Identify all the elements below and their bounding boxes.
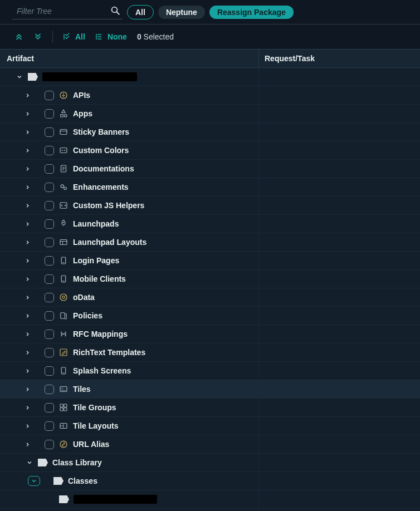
tree-node-mobile[interactable]: Mobile Clients xyxy=(0,270,420,288)
chevron-right-icon[interactable] xyxy=(23,293,31,301)
reassign-package-button[interactable]: Reassign Package xyxy=(209,6,294,19)
toolbar-divider xyxy=(52,31,53,43)
tree-node-checkbox[interactable] xyxy=(45,219,54,229)
odata-icon xyxy=(58,292,69,302)
tree-node-checkbox[interactable] xyxy=(45,403,54,412)
chevron-down-icon[interactable] xyxy=(16,73,23,81)
tree-node-label: Login Pages xyxy=(73,256,119,265)
tree-node-urlalias[interactable]: URL Alias xyxy=(0,435,420,454)
tree-node-label: Launchpads xyxy=(73,219,119,228)
tree-node-sticky[interactable]: Sticky Banners xyxy=(0,123,420,141)
tree-node-jshelpers[interactable]: Custom JS Helpers xyxy=(0,196,420,215)
chevron-right-icon[interactable] xyxy=(23,422,31,430)
chevron-right-icon[interactable] xyxy=(23,110,31,117)
mapping-icon xyxy=(58,329,69,339)
tree-node-checkbox[interactable] xyxy=(45,421,54,431)
tree-node-launchpads[interactable]: Launchpads xyxy=(0,215,420,233)
tree-node-checkbox[interactable] xyxy=(45,440,54,449)
tree-node-checkbox[interactable] xyxy=(45,127,54,137)
tree-node-checkbox[interactable] xyxy=(45,238,54,247)
select-all-label: All xyxy=(75,32,85,41)
expand-all-button[interactable] xyxy=(14,32,23,41)
column-request-task-label: Request/Task xyxy=(265,54,315,63)
chevron-right-icon[interactable] xyxy=(23,330,31,338)
tree-node-login[interactable]: Login Pages xyxy=(0,252,420,270)
chevron-right-icon[interactable] xyxy=(23,348,31,356)
tree-node-checkbox[interactable] xyxy=(45,164,54,174)
tree-node-richtext[interactable]: RichText Templates xyxy=(0,343,420,362)
tree-node-docs[interactable]: Documentations xyxy=(0,160,420,178)
tree-node-label: Splash Screens xyxy=(73,366,131,375)
search-icon[interactable] xyxy=(110,6,120,16)
chevron-down-icon[interactable] xyxy=(26,459,33,466)
tree-node-checkbox[interactable] xyxy=(45,311,54,321)
edit-icon xyxy=(58,347,69,357)
artifact-tree[interactable]: APIsAppsSticky BannersCustom ColorsDocum… xyxy=(0,68,420,511)
package-tag-icon xyxy=(28,73,38,81)
select-all-button[interactable]: All xyxy=(63,32,85,41)
search-wrap xyxy=(12,4,123,19)
filter-all-pill[interactable]: All xyxy=(127,5,154,19)
tree-node-splash[interactable]: Splash Screens xyxy=(0,362,420,380)
chevron-right-icon[interactable] xyxy=(23,257,31,264)
tree-node-label: RFC Mappings xyxy=(73,330,128,338)
chevron-right-icon[interactable] xyxy=(23,312,31,320)
tree-node-enh[interactable]: Enhancements xyxy=(0,178,420,196)
tree-node-tilegroups[interactable]: Tile Groups xyxy=(0,399,420,417)
classes-label: Classes xyxy=(68,476,97,485)
tree-node-odata[interactable]: oData xyxy=(0,288,420,307)
tree-group-class-library[interactable]: Class Library xyxy=(0,454,420,472)
chevron-right-icon[interactable] xyxy=(23,202,31,209)
tree-node-rfc[interactable]: RFC Mappings xyxy=(0,325,420,343)
chevron-right-icon[interactable] xyxy=(23,146,31,154)
chevron-right-icon[interactable] xyxy=(23,385,31,393)
tree-node-apps[interactable]: Apps xyxy=(0,105,420,123)
tree-node-classes[interactable]: Classes xyxy=(0,472,420,490)
select-none-button[interactable]: None xyxy=(95,32,127,41)
chevron-right-icon[interactable] xyxy=(23,128,31,136)
tree-node-tilelayouts[interactable]: Tile Layouts xyxy=(0,417,420,435)
chevron-right-icon[interactable] xyxy=(23,238,31,246)
svg-line-1 xyxy=(116,12,119,14)
chevron-right-icon[interactable] xyxy=(23,165,31,173)
chevron-right-icon[interactable] xyxy=(23,220,31,228)
tree-node-checkbox[interactable] xyxy=(45,274,54,284)
device-icon xyxy=(58,274,69,284)
chevron-right-icon[interactable] xyxy=(23,404,31,411)
tree-node-tiles[interactable]: Tiles xyxy=(0,380,420,399)
column-artifact[interactable]: Artifact xyxy=(0,54,258,63)
tree-node-checkbox[interactable] xyxy=(45,146,54,155)
tree-node-colors[interactable]: Custom Colors xyxy=(0,141,420,160)
tree-node-policies[interactable]: Policies xyxy=(0,307,420,325)
tree-node-checkbox[interactable] xyxy=(45,183,54,192)
tree-node-label: Enhancements xyxy=(73,183,129,191)
filter-neptune-pill[interactable]: Neptune xyxy=(158,6,205,19)
tree-node-label: Custom Colors xyxy=(73,146,129,155)
tree-node-checkbox[interactable] xyxy=(45,348,54,357)
tree-leaf-class[interactable] xyxy=(0,490,420,509)
collapse-all-button[interactable] xyxy=(33,32,42,41)
tree-node-lplayouts[interactable]: Launchpad Layouts xyxy=(0,233,420,252)
column-request-task[interactable]: Request/Task xyxy=(258,50,420,67)
tree-node-checkbox[interactable] xyxy=(45,385,54,394)
chevron-down-boxed-icon[interactable] xyxy=(28,476,40,486)
chevron-right-icon[interactable] xyxy=(23,440,31,448)
tree-node-checkbox[interactable] xyxy=(45,256,54,266)
chevron-right-icon[interactable] xyxy=(23,367,31,375)
tree-node-checkbox[interactable] xyxy=(45,366,54,376)
chevron-right-icon[interactable] xyxy=(23,183,31,191)
chevron-right-icon[interactable] xyxy=(23,275,31,283)
tilelayout-icon xyxy=(58,421,69,431)
tree-root-row[interactable] xyxy=(0,68,420,86)
table-header: Artifact Request/Task xyxy=(0,49,420,68)
tree-node-checkbox[interactable] xyxy=(45,91,54,100)
chevron-right-icon[interactable] xyxy=(23,91,31,99)
tree-node-checkbox[interactable] xyxy=(45,293,54,302)
filter-tree-input[interactable] xyxy=(12,4,123,19)
package-tag-icon xyxy=(53,477,64,485)
tree-node-apis[interactable]: APIs xyxy=(0,86,420,105)
class-library-label: Class Library xyxy=(52,458,102,467)
tree-node-checkbox[interactable] xyxy=(45,109,54,119)
tree-node-checkbox[interactable] xyxy=(45,330,54,339)
tree-node-checkbox[interactable] xyxy=(45,201,54,210)
